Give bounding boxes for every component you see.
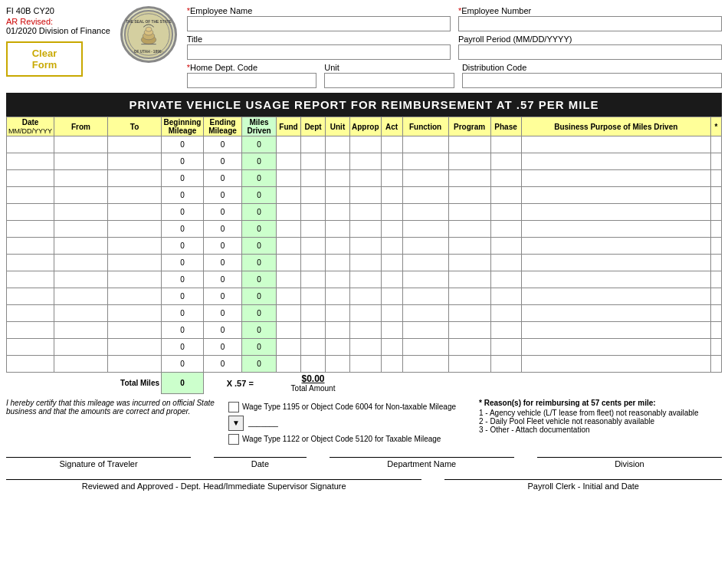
cell-approp[interactable] bbox=[350, 288, 382, 305]
cell-date[interactable] bbox=[7, 305, 54, 322]
cell-begin_mileage[interactable]: 0 bbox=[162, 288, 204, 305]
dropdown-button[interactable]: ▼ bbox=[228, 416, 244, 431]
cell-date[interactable] bbox=[7, 187, 54, 204]
cell-phase[interactable] bbox=[490, 255, 521, 271]
cell-star[interactable] bbox=[711, 187, 722, 204]
cell-business_purpose[interactable] bbox=[521, 339, 710, 356]
cell-program[interactable] bbox=[448, 153, 490, 170]
cell-from[interactable] bbox=[54, 356, 108, 373]
cell-to[interactable] bbox=[108, 339, 162, 356]
cell-fund[interactable] bbox=[277, 187, 301, 204]
cell-function[interactable] bbox=[402, 356, 448, 373]
cell-program[interactable] bbox=[448, 305, 490, 322]
cell-end_mileage[interactable]: 0 bbox=[204, 356, 242, 373]
cell-program[interactable] bbox=[448, 288, 490, 305]
cell-end_mileage[interactable]: 0 bbox=[204, 136, 242, 153]
cell-phase[interactable] bbox=[490, 238, 521, 255]
cell-act[interactable] bbox=[381, 204, 402, 221]
cell-begin_mileage[interactable]: 0 bbox=[162, 153, 204, 170]
cell-function[interactable] bbox=[402, 153, 448, 170]
cell-date[interactable] bbox=[7, 271, 54, 288]
cell-program[interactable] bbox=[448, 238, 490, 255]
cell-from[interactable] bbox=[54, 288, 108, 305]
cell-unit[interactable] bbox=[326, 339, 350, 356]
cell-business_purpose[interactable] bbox=[521, 187, 710, 204]
cell-function[interactable] bbox=[402, 255, 448, 271]
cell-from[interactable] bbox=[54, 136, 108, 153]
cell-to[interactable] bbox=[108, 153, 162, 170]
cell-dept[interactable] bbox=[301, 305, 326, 322]
cell-from[interactable] bbox=[54, 153, 108, 170]
cell-end_mileage[interactable]: 0 bbox=[204, 204, 242, 221]
cell-unit[interactable] bbox=[326, 322, 350, 339]
cell-act[interactable] bbox=[381, 288, 402, 305]
cell-to[interactable] bbox=[108, 322, 162, 339]
cell-business_purpose[interactable] bbox=[521, 255, 710, 271]
cell-dept[interactable] bbox=[301, 221, 326, 238]
cell-act[interactable] bbox=[381, 136, 402, 153]
cell-begin_mileage[interactable]: 0 bbox=[162, 356, 204, 373]
cell-miles_driven[interactable]: 0 bbox=[242, 271, 277, 288]
cell-fund[interactable] bbox=[277, 238, 301, 255]
cell-unit[interactable] bbox=[326, 153, 350, 170]
cell-function[interactable] bbox=[402, 204, 448, 221]
cell-unit[interactable] bbox=[326, 271, 350, 288]
cell-approp[interactable] bbox=[350, 322, 382, 339]
cell-star[interactable] bbox=[711, 288, 722, 305]
cell-end_mileage[interactable]: 0 bbox=[204, 339, 242, 356]
cell-phase[interactable] bbox=[490, 221, 521, 238]
cell-date[interactable] bbox=[7, 288, 54, 305]
cell-act[interactable] bbox=[381, 238, 402, 255]
cell-date[interactable] bbox=[7, 170, 54, 187]
cell-end_mileage[interactable]: 0 bbox=[204, 153, 242, 170]
cell-end_mileage[interactable]: 0 bbox=[204, 221, 242, 238]
cell-end_mileage[interactable]: 0 bbox=[204, 288, 242, 305]
cell-to[interactable] bbox=[108, 136, 162, 153]
cell-to[interactable] bbox=[108, 288, 162, 305]
cell-act[interactable] bbox=[381, 322, 402, 339]
cell-unit[interactable] bbox=[326, 221, 350, 238]
cell-function[interactable] bbox=[402, 271, 448, 288]
cell-date[interactable] bbox=[7, 322, 54, 339]
cell-dept[interactable] bbox=[301, 136, 326, 153]
cell-miles_driven[interactable]: 0 bbox=[242, 153, 277, 170]
cell-from[interactable] bbox=[54, 305, 108, 322]
cell-phase[interactable] bbox=[490, 271, 521, 288]
wage-checkbox-2[interactable] bbox=[228, 434, 239, 445]
cell-unit[interactable] bbox=[326, 136, 350, 153]
cell-from[interactable] bbox=[54, 187, 108, 204]
cell-miles_driven[interactable]: 0 bbox=[242, 221, 277, 238]
cell-date[interactable] bbox=[7, 356, 54, 373]
cell-end_mileage[interactable]: 0 bbox=[204, 271, 242, 288]
cell-dept[interactable] bbox=[301, 238, 326, 255]
cell-miles_driven[interactable]: 0 bbox=[242, 255, 277, 271]
cell-fund[interactable] bbox=[277, 288, 301, 305]
cell-star[interactable] bbox=[711, 322, 722, 339]
cell-unit[interactable] bbox=[326, 204, 350, 221]
cell-phase[interactable] bbox=[490, 305, 521, 322]
cell-end_mileage[interactable]: 0 bbox=[204, 187, 242, 204]
cell-date[interactable] bbox=[7, 238, 54, 255]
cell-business_purpose[interactable] bbox=[521, 136, 710, 153]
cell-miles_driven[interactable]: 0 bbox=[242, 305, 277, 322]
cell-to[interactable] bbox=[108, 221, 162, 238]
cell-begin_mileage[interactable]: 0 bbox=[162, 305, 204, 322]
cell-act[interactable] bbox=[381, 271, 402, 288]
cell-fund[interactable] bbox=[277, 221, 301, 238]
cell-star[interactable] bbox=[711, 271, 722, 288]
cell-to[interactable] bbox=[108, 204, 162, 221]
cell-fund[interactable] bbox=[277, 153, 301, 170]
cell-miles_driven[interactable]: 0 bbox=[242, 339, 277, 356]
cell-begin_mileage[interactable]: 0 bbox=[162, 238, 204, 255]
cell-act[interactable] bbox=[381, 187, 402, 204]
cell-business_purpose[interactable] bbox=[521, 288, 710, 305]
cell-star[interactable] bbox=[711, 221, 722, 238]
cell-star[interactable] bbox=[711, 170, 722, 187]
cell-business_purpose[interactable] bbox=[521, 170, 710, 187]
cell-miles_driven[interactable]: 0 bbox=[242, 170, 277, 187]
cell-to[interactable] bbox=[108, 170, 162, 187]
cell-miles_driven[interactable]: 0 bbox=[242, 187, 277, 204]
cell-fund[interactable] bbox=[277, 271, 301, 288]
cell-act[interactable] bbox=[381, 339, 402, 356]
cell-fund[interactable] bbox=[277, 356, 301, 373]
